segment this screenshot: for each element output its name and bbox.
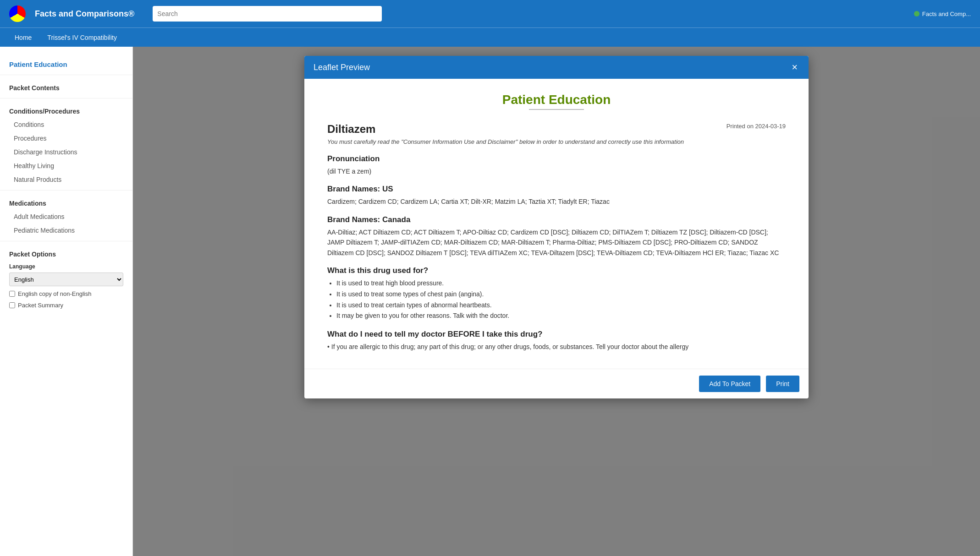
divider-1 — [0, 75, 132, 75]
brand-name: Facts and Comparisons® — [35, 9, 134, 19]
top-right-text: Facts and Comp... — [922, 11, 971, 17]
modal-overlay: Leaflet Preview × Patient Education Dilt… — [133, 47, 980, 556]
nav-item-home[interactable]: Home — [9, 31, 37, 44]
divider-3 — [0, 190, 132, 191]
modal-close-button[interactable]: × — [790, 62, 799, 72]
brand-canada-heading: Brand Names: Canada — [327, 215, 786, 224]
brand-us-text: Cardizem; Cardizem CD; Cardizem LA; Cart… — [327, 196, 786, 207]
divider-4 — [0, 241, 132, 241]
content-area: Leaflet Preview × Patient Education Dilt… — [133, 47, 980, 556]
print-button[interactable]: Print — [766, 376, 799, 392]
patient-education-heading: Patient Education — [327, 93, 786, 107]
sidebar-packet-options-header: Packet Options — [0, 245, 132, 261]
sidebar-packet-contents-header: Packet Contents — [0, 79, 132, 94]
modal-footer: Add To Packet Print — [304, 369, 809, 398]
sidebar-conditions-header: Conditions/Procedures — [0, 102, 132, 118]
leaflet-preview-modal: Leaflet Preview × Patient Education Dilt… — [304, 56, 809, 398]
before-taking-heading: What do I need to tell my doctor BEFORE … — [327, 330, 786, 339]
what-used-item-3: It is used to treat certain types of abn… — [336, 300, 786, 311]
checkbox-english-copy[interactable] — [9, 291, 15, 297]
checkbox-packet-summary[interactable] — [9, 302, 15, 308]
pronunciation-heading: Pronunciation — [327, 154, 786, 164]
modal-title: Leaflet Preview — [314, 63, 370, 72]
sidebar-item-adult-medications[interactable]: Adult Medications — [0, 210, 132, 223]
top-bar: Facts and Comparisons® Facts and Comp... — [0, 0, 980, 27]
divider-2 — [0, 98, 132, 98]
sidebar-item-healthy-living[interactable]: Healthy Living — [0, 159, 132, 173]
add-to-packet-button[interactable]: Add To Packet — [699, 376, 760, 392]
sidebar-language-select[interactable]: English Spanish French — [9, 273, 123, 286]
sidebar-patient-education-header: Patient Education — [0, 56, 132, 71]
sidebar: Patient Education Packet Contents Condit… — [0, 47, 133, 556]
disclaimer-text: You must carefully read the "Consumer In… — [327, 138, 786, 145]
brand-canada-text: AA-Diltiaz; ACT Diltiazem CD; ACT Diltia… — [327, 227, 786, 258]
sidebar-item-procedures[interactable]: Procedures — [0, 131, 132, 145]
modal-body[interactable]: Patient Education Diltiazem Printed on 2… — [304, 79, 809, 369]
sidebar-item-natural-products[interactable]: Natural Products — [0, 173, 132, 186]
patient-ed-underline — [529, 109, 584, 110]
sidebar-language-label: Language — [0, 261, 132, 271]
drug-header-row: Diltiazem Printed on 2024-03-19 — [327, 123, 786, 136]
brand-us-heading: Brand Names: US — [327, 185, 786, 194]
printed-date: Printed on 2024-03-19 — [727, 123, 786, 130]
main-layout: Patient Education Packet Contents Condit… — [0, 47, 980, 556]
what-used-list: It is used to treat high blood pressure.… — [336, 278, 786, 322]
what-used-item-1: It is used to treat high blood pressure. — [336, 278, 786, 289]
before-taking-partial: • If you are allergic to this drug; any … — [327, 342, 786, 352]
sidebar-medications-header: Medications — [0, 194, 132, 210]
checkbox-packet-summary-label: Packet Summary — [18, 302, 63, 309]
top-right-info: Facts and Comp... — [914, 11, 971, 17]
what-used-item-2: It is used to treat some types of chest … — [336, 289, 786, 300]
drug-name: Diltiazem — [327, 123, 375, 136]
checkbox-english-copy-label: English copy of non-English — [18, 290, 91, 297]
sidebar-checkbox-english-copy: English copy of non-English — [0, 288, 132, 300]
sidebar-item-pediatric-medications[interactable]: Pediatric Medications — [0, 223, 132, 237]
pronunciation-text: (dil TYE a zem) — [327, 166, 786, 176]
nav-item-trissel[interactable]: Trissel's IV Compatibility — [42, 31, 122, 44]
app-logo — [9, 5, 26, 22]
sidebar-item-conditions[interactable]: Conditions — [0, 118, 132, 131]
search-input[interactable] — [153, 6, 382, 22]
what-used-item-4: It may be given to you for other reasons… — [336, 311, 786, 322]
modal-header: Leaflet Preview × — [304, 56, 809, 79]
sidebar-item-discharge[interactable]: Discharge Instructions — [0, 145, 132, 159]
status-dot — [914, 11, 919, 16]
what-used-heading: What is this drug used for? — [327, 266, 786, 275]
nav-bar: Home Trissel's IV Compatibility — [0, 27, 980, 47]
sidebar-checkbox-packet-summary: Packet Summary — [0, 300, 132, 311]
